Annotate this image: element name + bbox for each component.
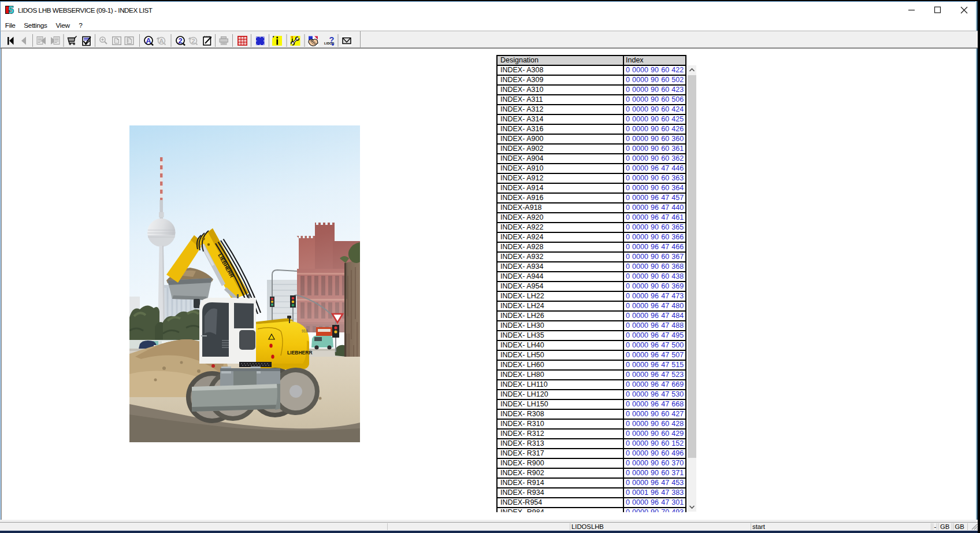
svg-text:5: 5 — [9, 6, 14, 14]
svg-text:LIEBHERR: LIEBHERR — [287, 350, 313, 356]
svg-text:A: A — [159, 38, 164, 45]
svg-text:?: ? — [329, 35, 335, 45]
svg-text:2: 2 — [178, 36, 182, 45]
svg-text:A: A — [146, 36, 151, 45]
svg-text:2: 2 — [191, 38, 195, 45]
svg-text:918: 918 — [302, 329, 308, 333]
